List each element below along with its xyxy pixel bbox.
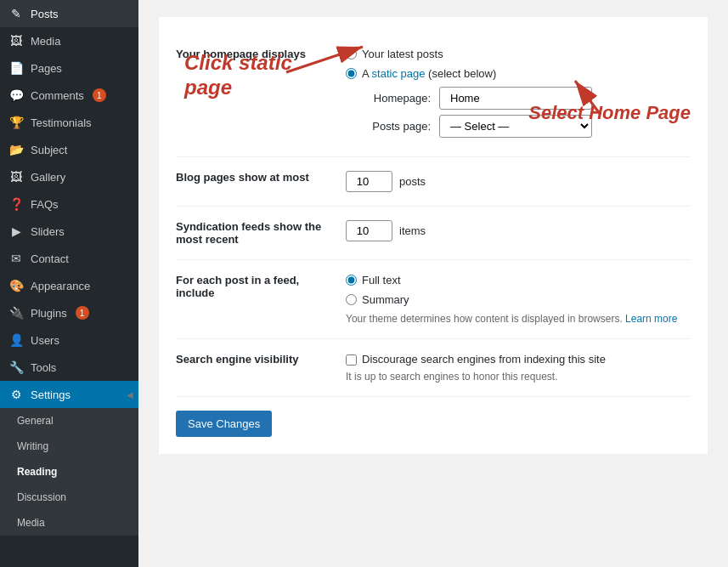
- blog-pages-input-row: posts: [346, 171, 691, 192]
- comments-badge: 1: [93, 88, 106, 102]
- plugins-icon: 🔌: [8, 306, 24, 320]
- sidebar-item-label: Contact: [31, 252, 69, 265]
- homepage-dropdown-label: Homepage:: [363, 92, 431, 105]
- syndication-td: items: [346, 207, 691, 260]
- full-text-radio[interactable]: [346, 275, 357, 286]
- submenu-item-reading[interactable]: Reading: [0, 459, 138, 485]
- full-text-label: Full text: [362, 274, 401, 286]
- static-page-option[interactable]: A static page (select below): [346, 67, 691, 80]
- syndication-row: Syndication feeds show the most recent i…: [176, 207, 691, 260]
- sidebar-item-label: Comments: [31, 89, 84, 102]
- syndication-input-row: items: [346, 220, 691, 241]
- search-checkbox-row[interactable]: Discourage search engines from indexing …: [346, 353, 691, 366]
- settings-arrow-icon: ◀: [127, 390, 133, 400]
- submenu-label: Discussion: [17, 491, 66, 503]
- latest-posts-option[interactable]: Your latest posts: [346, 48, 691, 60]
- form-table: Your homepage displays Your latest posts…: [176, 34, 691, 397]
- settings-form: Your homepage displays Your latest posts…: [159, 17, 708, 454]
- submenu-label: Writing: [17, 440, 48, 452]
- appearance-icon: 🎨: [8, 279, 24, 292]
- content-wrapper: Click staticpage Select Home Page: [159, 17, 708, 454]
- feed-learn-more-link[interactable]: Learn more: [625, 313, 677, 325]
- sidebar-item-pages[interactable]: 📄 Pages: [0, 54, 138, 82]
- syndication-input[interactable]: [346, 220, 392, 241]
- sidebar-item-label: Users: [31, 334, 59, 347]
- feed-include-row: For each post in a feed, include Full te…: [176, 260, 691, 339]
- sidebar-item-users[interactable]: 👤 Users: [0, 326, 138, 354]
- tools-icon: 🔧: [8, 360, 24, 374]
- static-page-radio[interactable]: [346, 68, 357, 79]
- search-visibility-row: Search engine visibility Discourage sear…: [176, 339, 691, 397]
- submenu-item-discussion[interactable]: Discussion: [0, 485, 138, 510]
- summary-label: Summary: [362, 293, 409, 306]
- summary-radio[interactable]: [346, 294, 357, 305]
- homepage-select-row: Homepage: Home: [363, 87, 691, 110]
- homepage-options: Your latest posts A static page (select …: [346, 34, 691, 157]
- search-hint: It is up to search engines to honor this…: [346, 371, 691, 383]
- submenu-label: Reading: [17, 466, 57, 478]
- blog-pages-suffix: posts: [399, 175, 426, 188]
- contact-icon: ✉: [8, 252, 24, 265]
- sliders-icon: ▶: [8, 224, 24, 238]
- sidebar-item-label: Sliders: [31, 225, 65, 238]
- feed-hint: Your theme determines how content is dis…: [346, 313, 691, 325]
- sidebar-item-faqs[interactable]: ❓ FAQs: [0, 190, 138, 218]
- sidebar-item-label: Testimonials: [31, 116, 92, 129]
- search-visibility-checkbox[interactable]: [346, 354, 357, 366]
- testimonials-icon: 🏆: [8, 116, 24, 129]
- syndication-label: Syndication feeds show the most recent: [176, 207, 346, 260]
- full-text-option[interactable]: Full text: [346, 274, 691, 286]
- faqs-icon: ❓: [8, 197, 24, 211]
- latest-posts-radio[interactable]: [346, 48, 357, 60]
- submenu-item-writing[interactable]: Writing: [0, 434, 138, 459]
- sidebar-item-label: FAQs: [31, 198, 59, 211]
- plugins-badge: 1: [76, 306, 89, 320]
- submenu-item-media[interactable]: Media: [0, 510, 138, 536]
- feed-include-td: Full text Summary Your theme determines …: [346, 260, 691, 339]
- search-visibility-checkbox-label: Discourage search engines from indexing …: [362, 353, 606, 366]
- sidebar-item-testimonials[interactable]: 🏆 Testimonials: [0, 109, 138, 136]
- sidebar-item-tools[interactable]: 🔧 Tools: [0, 354, 138, 381]
- posts-page-select[interactable]: — Select —: [439, 115, 592, 138]
- homepage-row: Your homepage displays Your latest posts…: [176, 34, 691, 157]
- search-visibility-td: Discourage search engines from indexing …: [346, 339, 691, 397]
- static-page-label: A static page (select below): [362, 67, 496, 80]
- settings-submenu: General Writing Reading Discussion Media: [0, 408, 138, 536]
- sidebar-item-settings[interactable]: ⚙ Settings ◀: [0, 381, 138, 408]
- sidebar-item-label: Tools: [31, 361, 56, 374]
- summary-option[interactable]: Summary: [346, 293, 691, 306]
- homepage-label: Your homepage displays: [176, 34, 346, 157]
- users-icon: 👤: [8, 333, 24, 347]
- submenu-item-general[interactable]: General: [0, 408, 138, 434]
- sidebar-item-posts[interactable]: ✎ Posts: [0, 0, 138, 27]
- sidebar-item-label: Plugins: [31, 307, 67, 320]
- search-visibility-label: Search engine visibility: [176, 339, 346, 397]
- pages-icon: 📄: [8, 61, 24, 75]
- media-icon: 🖼: [8, 34, 24, 48]
- syndication-suffix: items: [399, 224, 426, 237]
- sidebar-item-label: Subject: [31, 144, 67, 156]
- sidebar-item-sliders[interactable]: ▶ Sliders: [0, 218, 138, 245]
- submenu-label: Media: [17, 517, 45, 529]
- gallery-icon: 🖼: [8, 170, 24, 184]
- sidebar-item-contact[interactable]: ✉ Contact: [0, 245, 138, 272]
- blog-pages-label: Blog pages show at most: [176, 157, 346, 207]
- blog-pages-input[interactable]: [346, 171, 392, 192]
- submenu-label: General: [17, 415, 54, 427]
- sidebar-item-comments[interactable]: 💬 Comments 1: [0, 82, 138, 109]
- sidebar-item-plugins[interactable]: 🔌 Plugins 1: [0, 299, 138, 326]
- subject-icon: 📂: [8, 143, 24, 156]
- sidebar-item-appearance[interactable]: 🎨 Appearance: [0, 272, 138, 299]
- feed-include-label: For each post in a feed, include: [176, 260, 346, 339]
- sidebar-item-subject[interactable]: 📂 Subject: [0, 136, 138, 163]
- sidebar-item-gallery[interactable]: 🖼 Gallery: [0, 163, 138, 190]
- posts-page-select-row: Posts page: — Select —: [363, 115, 691, 138]
- blog-pages-row: Blog pages show at most posts: [176, 157, 691, 207]
- posts-icon: ✎: [8, 7, 24, 20]
- homepage-select[interactable]: Home: [439, 87, 592, 110]
- sidebar-item-media[interactable]: 🖼 Media: [0, 27, 138, 54]
- save-changes-button[interactable]: Save Changes: [176, 411, 272, 437]
- static-page-link[interactable]: static page: [372, 67, 426, 80]
- sidebar-item-label: Gallery: [31, 171, 65, 184]
- settings-icon: ⚙: [8, 388, 24, 401]
